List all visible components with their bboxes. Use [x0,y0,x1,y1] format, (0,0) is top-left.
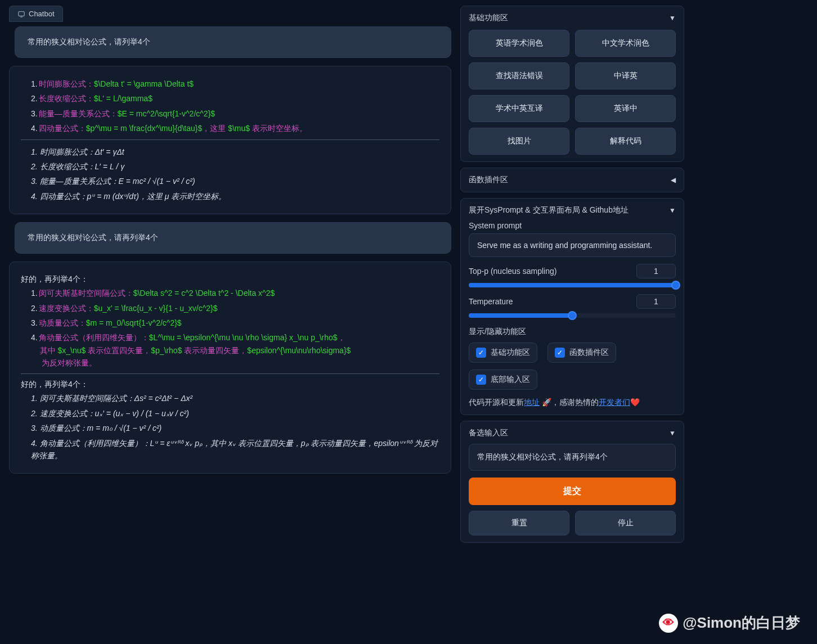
checkbox-bottom-input[interactable]: ✓ 底部输入区 [469,370,537,390]
chevron-left-icon: ◀ [671,176,676,184]
bot-message: 1.时间膨胀公式：$\Delta t' = \gamma \Delta t$ 2… [9,66,451,214]
divider [21,139,439,140]
user-text: 常用的狭义相对论公式，请再列举4个 [28,233,158,242]
chatbot-icon [17,10,25,18]
alt-text-input[interactable]: 常用的狭义相对论公式，请再列举4个 [469,444,676,471]
rendered-formula-list: 1. 时间膨胀公式：Δt′ = γΔt 2. 长度收缩公式：L′ = L / γ… [21,146,439,203]
panel-title: 基础功能区 [469,13,508,23]
temperature-label: Temperature [469,297,513,306]
sysprompt-input[interactable]: Serve me as a writing and programming as… [469,233,676,257]
divider [21,373,439,374]
footer-text: 代码开源和更新地址 🚀，感谢热情的开发者们❤️ [469,398,676,408]
user-text: 常用的狭义相对论公式，请列举4个 [28,37,150,46]
user-message: 常用的狭义相对论公式，请列举4个 [15,26,451,58]
button-grid: 英语学术润色 中文学术润色 查找语法错误 中译英 学术中英互译 英译中 找图片 … [469,30,676,155]
btn-english-polish[interactable]: 英语学术润色 [469,30,569,57]
checkbox-basic[interactable]: ✓ 基础功能区 [469,343,537,363]
chat-area: 常用的狭义相对论公式，请列举4个 1.时间膨胀公式：$\Delta t' = \… [9,26,451,474]
topp-slider[interactable] [469,283,676,287]
temperature-value-input[interactable]: 1 [636,294,676,309]
basic-functions-panel: 基础功能区 ▼ 英语学术润色 中文学术润色 查找语法错误 中译英 学术中英互译 … [460,6,684,162]
panel-title: 展开SysPrompt & 交互界面布局 & Github地址 [469,205,629,215]
chat-column: Chatbot 常用的狭义相对论公式，请列举4个 1.时间膨胀公式：$\Delt… [0,0,456,644]
visibility-label: 显示/隐藏功能区 [469,327,676,337]
submit-button[interactable]: 提交 [469,478,676,505]
slider-thumb[interactable] [671,281,680,290]
tab-chatbot[interactable]: Chatbot [9,6,63,22]
basic-panel-header[interactable]: 基础功能区 ▼ [469,13,676,23]
stop-button[interactable]: 停止 [575,511,676,535]
raw-formula-list: 1.时间膨胀公式：$\Delta t' = \gamma \Delta t$ 2… [21,78,439,135]
user-message: 常用的狭义相对论公式，请再列举4个 [15,222,451,254]
btn-explain-code[interactable]: 解释代码 [575,128,676,155]
lead-text: 好的，再列举4个： [21,274,439,285]
check-icon: ✓ [476,348,486,358]
expand-panel-header[interactable]: 展开SysPrompt & 交互界面布局 & Github地址 ▼ [469,205,676,215]
rendered-formula-list: 1. 闵可夫斯基时空间隔公式：Δs² = c²Δt² − Δx² 2. 速度变换… [21,392,439,462]
panel-title: 函数插件区 [469,175,508,185]
panel-title: 备选输入区 [469,428,508,438]
btn-en-to-zh[interactable]: 英译中 [575,95,676,122]
tab-label: Chatbot [29,10,55,18]
btn-find-image[interactable]: 找图片 [469,128,569,155]
checkbox-plugins[interactable]: ✓ 函数插件区 [547,343,616,363]
chevron-down-icon: ▼ [669,429,676,437]
tab-bar: Chatbot [9,6,451,22]
reset-button[interactable]: 重置 [469,511,569,535]
plugins-panel-header[interactable]: 函数插件区 ◀ [469,175,676,185]
check-icon: ✓ [555,348,565,358]
devs-link[interactable]: 开发者们 [599,398,630,407]
raw-formula-list: 1.闵可夫斯基时空间隔公式：$\Delta s^2 = c^2 \Delta t… [21,287,439,369]
expand-panel: 展开SysPrompt & 交互界面布局 & Github地址 ▼ System… [460,198,684,415]
plugins-panel: 函数插件区 ◀ [460,168,684,192]
topp-label: Top-p (nucleus sampling) [469,267,556,276]
bot-message: 好的，再列举4个： 1.闵可夫斯基时空间隔公式：$\Delta s^2 = c^… [9,262,451,474]
svg-rect-0 [19,11,25,16]
alt-input-header[interactable]: 备选输入区 ▼ [469,428,676,438]
chevron-down-icon: ▼ [669,206,676,214]
temperature-slider[interactable] [469,313,676,318]
repo-link[interactable]: 地址 [524,398,540,407]
topp-value-input[interactable]: 1 [636,264,676,278]
btn-grammar-check[interactable]: 查找语法错误 [469,62,569,89]
slider-thumb[interactable] [568,311,577,320]
btn-chinese-polish[interactable]: 中文学术润色 [575,30,676,57]
sidebar: 基础功能区 ▼ 英语学术润色 中文学术润色 查找语法错误 中译英 学术中英互译 … [456,0,691,644]
btn-zh-to-en[interactable]: 中译英 [575,62,676,89]
btn-academic-translate[interactable]: 学术中英互译 [469,95,569,122]
lead-text: 好的，再列举4个： [21,380,439,390]
check-icon: ✓ [476,375,486,385]
sysprompt-label: System prompt [469,221,676,230]
alt-input-panel: 备选输入区 ▼ 常用的狭义相对论公式，请再列举4个 提交 重置 停止 [460,421,684,543]
chevron-down-icon: ▼ [669,14,676,22]
